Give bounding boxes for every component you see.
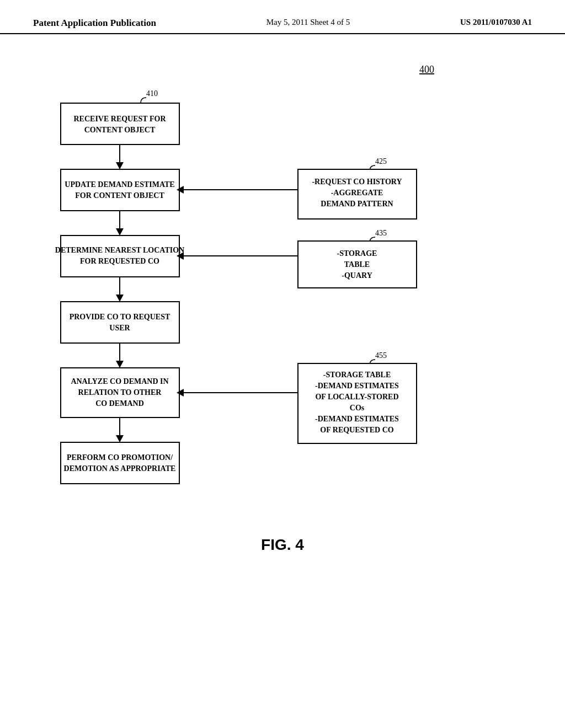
box-425-text1: -REQUEST CO HISTORY [312, 178, 402, 186]
box-420-text2: FOR CONTENT OBJECT [75, 191, 164, 200]
box-410 [61, 103, 179, 144]
box-450-text2: RELATION TO OTHER [78, 388, 162, 397]
box-450-text1: ANALYZE CO DEMAND IN [71, 377, 168, 386]
figure-number-top: 400 [419, 64, 434, 75]
header-left: Patent Application Publication [33, 18, 156, 29]
diagram-container: 400 410 RECEIVE REQUEST FOR CONTENT OBJE… [0, 40, 565, 565]
ref-435: 435 [375, 229, 387, 237]
box-425-text2: -AGGREGATE [331, 189, 383, 197]
box-410-text2: CONTENT OBJECT [84, 126, 156, 134]
box-435-text1: -STORAGE [337, 249, 377, 258]
box-460 [61, 442, 179, 484]
ref-455: 455 [375, 351, 387, 360]
header-center: May 5, 2011 Sheet 4 of 5 [266, 18, 350, 27]
page-header: Patent Application Publication May 5, 20… [0, 0, 565, 34]
svg-marker-2 [116, 295, 124, 302]
box-420 [61, 169, 179, 211]
svg-marker-0 [116, 162, 124, 169]
box-435-text3: -QUARY [342, 271, 372, 280]
box-455-text2: -DEMAND ESTIMATES [315, 382, 399, 390]
box-430-text2: FOR REQUESTED CO [80, 257, 159, 265]
svg-marker-4 [116, 435, 124, 442]
box-455-text1: -STORAGE TABLE [323, 371, 391, 379]
box-455-text5: -DEMAND ESTIMATES [315, 415, 399, 423]
ref-425: 425 [375, 157, 387, 165]
box-410-text1: RECEIVE REQUEST FOR [73, 115, 166, 123]
box-430 [61, 235, 179, 277]
box-425-text3: DEMAND PATTERN [321, 200, 393, 208]
box-455-text6: OF REQUESTED CO [320, 426, 393, 434]
box-440 [61, 302, 179, 343]
svg-marker-1 [116, 228, 124, 235]
figure-label: FIG. 4 [33, 536, 532, 554]
box-450-text3: CO DEMAND [95, 399, 144, 408]
box-420-text1: UPDATE DEMAND ESTIMATE [65, 180, 174, 189]
diagram-svg: 400 410 RECEIVE REQUEST FOR CONTENT OBJE… [33, 56, 532, 525]
box-460-text1: PERFORM CO PROMOTION/ [67, 453, 173, 462]
box-430-text1: DETERMINE NEAREST LOCATION [55, 246, 184, 254]
box-455-text3: OF LOCALLY-STORED [315, 393, 398, 401]
svg-marker-3 [116, 361, 124, 368]
box-435-text2: TABLE [344, 260, 370, 269]
header-right: US 2011/0107030 A1 [460, 18, 532, 27]
box-455-text4: COs [350, 404, 365, 412]
box-440-text1: PROVIDE CO TO REQUEST [70, 313, 170, 321]
ref-410: 410 [146, 89, 158, 98]
box-440-text2: USER [109, 324, 130, 332]
box-460-text2: DEMOTION AS APPROPRIATE [64, 464, 176, 473]
